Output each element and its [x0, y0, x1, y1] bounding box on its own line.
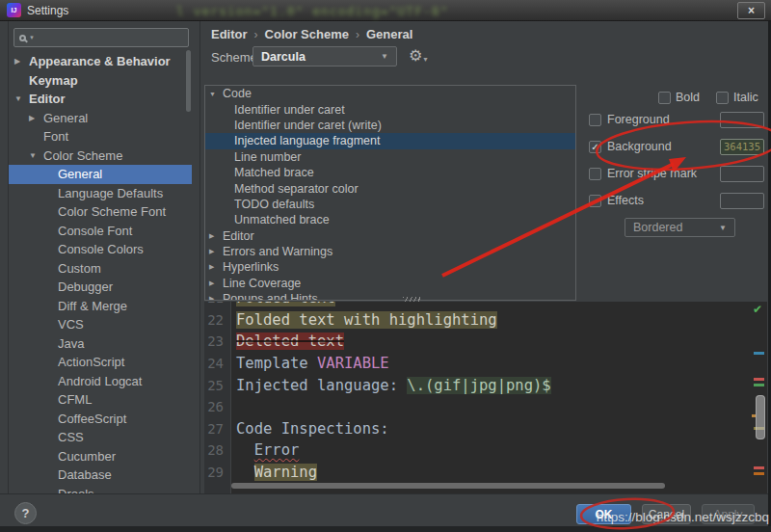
sidebar-item-vcs[interactable]: VCS	[9, 315, 192, 334]
bold-checkbox[interactable]	[658, 92, 671, 104]
sidebar-item-custom[interactable]: Custom	[9, 259, 192, 279]
stripe-mark	[754, 384, 764, 386]
effects-checkbox[interactable]	[589, 195, 601, 207]
option-item-popups-and-hints[interactable]: ▶Popups and Hints	[205, 291, 575, 301]
sidebar-item-debugger[interactable]: Debugger	[9, 278, 192, 297]
chevron-down-icon[interactable]: ▼	[209, 91, 223, 97]
option-item-hyperlinks[interactable]: ▶Hyperlinks	[205, 259, 575, 275]
sidebar-item-appearance-behavior[interactable]: ▶Appearance & Behavior	[9, 52, 192, 71]
option-item-injected-language-fragment[interactable]: Injected language fragment	[205, 133, 575, 148]
sidebar-item-label: General	[43, 111, 88, 125]
chevron-down-icon[interactable]: ▼	[29, 151, 43, 160]
preview-line-21[interactable]: 21Folded text	[204, 302, 754, 309]
sidebar-item-coffeescript[interactable]: CoffeeScript	[9, 410, 192, 429]
sidebar-item-font[interactable]: Font	[9, 127, 192, 146]
sidebar-item-label: CoffeeScript	[58, 412, 126, 426]
sidebar-scrollbar[interactable]	[186, 50, 191, 112]
italic-checkbox[interactable]	[716, 92, 729, 104]
sidebar-item-css[interactable]: CSS	[9, 428, 192, 447]
sidebar-item-keymap[interactable]: Keymap	[9, 71, 192, 91]
foreground-checkbox[interactable]	[589, 114, 601, 126]
preview-line-27[interactable]: 27Code Inspections:	[204, 418, 754, 440]
preview-horizontal-scrollbar[interactable]	[231, 483, 665, 489]
chevron-right-icon[interactable]: ▶	[209, 248, 223, 255]
attribute-row-error-stripe-mark: Error stripe mark	[589, 165, 764, 182]
sidebar-item-color-scheme[interactable]: ▼Color Scheme	[9, 146, 192, 166]
sidebar-item-label: Debugger	[58, 279, 113, 294]
sidebar-item-database[interactable]: Database	[9, 466, 192, 485]
chevron-right-icon[interactable]: ▶	[209, 295, 223, 301]
line-number: 23	[204, 333, 231, 349]
foreground-color-field[interactable]	[720, 112, 764, 128]
option-item-matched-brace[interactable]: Matched brace	[205, 165, 575, 180]
sidebar-item-android-logcat[interactable]: Android Logcat	[9, 372, 192, 391]
help-button[interactable]: ?	[14, 502, 37, 524]
option-item-label: Editor	[223, 229, 254, 243]
preview-line-28[interactable]: 28 Error	[204, 439, 754, 462]
sidebar-item-drools[interactable]: Drools	[9, 485, 192, 494]
breadcrumb-separator: ›	[356, 28, 359, 41]
option-item-method-separator-color[interactable]: Method separator color	[205, 180, 575, 196]
chevron-right-icon[interactable]: ▶	[14, 57, 29, 66]
close-icon[interactable]: ×	[737, 2, 765, 19]
background-color-field[interactable]: 364135	[720, 139, 764, 155]
sidebar-item-color-scheme-font[interactable]: Color Scheme Font	[9, 202, 192, 222]
sidebar-item-actionscript[interactable]: ActionScript	[9, 353, 192, 372]
sidebar-item-console-colors[interactable]: Console Colors	[9, 240, 192, 259]
option-item-errors-and-warnings[interactable]: ▶Errors and Warnings	[205, 244, 575, 259]
option-item-todo-defaults[interactable]: TODO defaults	[205, 197, 575, 212]
background-checkbox[interactable]: ✓	[589, 141, 601, 153]
sidebar-item-editor[interactable]: ▼Editor	[9, 90, 192, 109]
option-item-line-coverage[interactable]: ▶Line Coverage	[205, 276, 575, 291]
scheme-select[interactable]: Darcula ▼	[253, 46, 397, 66]
option-item-unmatched-brace[interactable]: Unmatched brace	[205, 212, 575, 227]
settings-search-box[interactable]: ▼	[13, 28, 189, 47]
sidebar-item-label: Cucumber	[58, 449, 116, 464]
line-code: Code Inspections:	[231, 420, 389, 438]
effects-style-dropdown[interactable]: Bordered ▼	[625, 218, 735, 237]
breadcrumb-editor[interactable]: Editor	[211, 27, 248, 41]
bold-label: Bold	[676, 91, 700, 104]
chevron-right-icon[interactable]: ▶	[209, 263, 223, 271]
preview-line-22[interactable]: 22Folded text with highlighting	[204, 309, 754, 332]
option-item-editor[interactable]: ▶Editor	[205, 228, 575, 244]
search-input[interactable]	[35, 30, 183, 45]
option-item-line-number[interactable]: Line number	[205, 149, 575, 165]
option-item-identifier-under-caret-write[interactable]: Identifier under caret (write)	[205, 118, 575, 133]
chevron-right-icon[interactable]: ▶	[209, 232, 223, 240]
sidebar-item-cfml[interactable]: CFML	[9, 390, 192, 410]
error-stripe-mark-color-field[interactable]	[720, 166, 764, 182]
gear-icon[interactable]: ⚙	[409, 46, 422, 65]
preview-vertical-scrollbar[interactable]	[756, 395, 765, 439]
preview-line-25[interactable]: 25Injected language: \.(gif|jpg|png)$	[204, 374, 754, 396]
chevron-right-icon[interactable]: ▶	[209, 279, 223, 287]
option-item-code[interactable]: ▼Code	[205, 86, 575, 101]
sidebar-item-language-defaults[interactable]: Language Defaults	[9, 184, 192, 203]
attribute-row-background: ✓Background364135	[589, 138, 764, 155]
chevron-down-icon[interactable]: ▼	[14, 94, 29, 103]
option-item-identifier-under-caret[interactable]: Identifier under caret	[205, 101, 575, 117]
sidebar-item-general[interactable]: ▶General	[9, 109, 192, 128]
code-segment-folded: Folded text	[236, 302, 335, 306]
option-item-label: Identifier under caret	[234, 103, 345, 117]
preview-line-29[interactable]: 29 Warning	[204, 462, 754, 484]
sidebar-item-diff-merge[interactable]: Diff & Merge	[9, 297, 192, 316]
sidebar-item-cucumber[interactable]: Cucumber	[9, 447, 192, 466]
sidebar-item-general[interactable]: General	[9, 165, 192, 184]
code-segment-tvar: VARIABLE	[317, 355, 389, 372]
error-stripe-mark-checkbox[interactable]	[589, 168, 601, 180]
sidebar-item-console-font[interactable]: Console Font	[9, 222, 192, 241]
preview-line-26[interactable]: 26	[204, 396, 754, 418]
breadcrumb-color-scheme[interactable]: Color Scheme	[265, 27, 349, 41]
effects-color-field[interactable]	[720, 193, 764, 209]
sidebar-item-label: General	[58, 167, 102, 181]
option-item-label: Matched brace	[234, 166, 314, 179]
splitter-grip[interactable]	[403, 297, 420, 302]
sidebar-item-label: Console Font	[58, 224, 132, 238]
sidebar-item-java[interactable]: Java	[9, 334, 192, 354]
preview-line-24[interactable]: 24Template VARIABLE	[204, 353, 754, 375]
chevron-right-icon[interactable]: ▶	[29, 114, 43, 122]
line-code: Injected language: \.(gif|jpg|png)$	[231, 377, 551, 394]
stripe-mark	[754, 472, 764, 475]
preview-line-23[interactable]: 23Deleted text	[204, 331, 754, 353]
